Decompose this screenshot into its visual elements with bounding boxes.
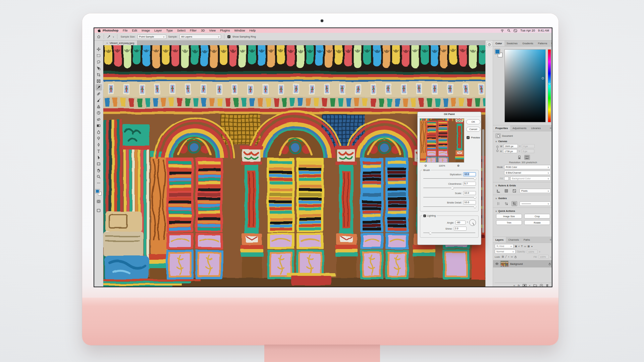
bristle-detail-slider[interactable] [423,205,475,208]
stylization-field[interactable]: 10.0 [463,172,476,176]
guide-style-dropdown[interactable]: ∨ [520,201,551,206]
fill-swatch[interactable] [504,177,509,180]
menu-item-3d[interactable]: 3D [201,29,205,32]
lasso-tool[interactable] [96,59,102,65]
menu-item-view[interactable]: View [209,29,216,32]
shine-field[interactable]: 2.0 [454,227,467,231]
portrait-orientation-button[interactable] [517,155,522,160]
layer-thumbnail[interactable] [500,261,508,267]
y-field[interactable]: 0 px [522,149,534,153]
angle-field[interactable]: -60 [455,221,466,225]
vertical-scrollbar[interactable] [482,129,484,233]
lock-transparency-icon[interactable]: ▨ [502,255,504,258]
crop-tool[interactable] [96,71,102,78]
frame-tool[interactable] [96,78,102,84]
guides-header[interactable]: ∨Guides [495,197,551,200]
filter-shape-icon[interactable]: ▭ [524,245,526,248]
color-picker-marker[interactable] [542,77,544,79]
link-layers-icon[interactable]: ∞ [514,284,515,287]
filter-adjustment-icon[interactable]: ◐ [519,245,520,247]
hand-tool[interactable] [96,167,102,173]
layer-filter-kind-dropdown[interactable]: Kind∨ [495,244,514,248]
color-mode-dropdown[interactable]: RGB Color∨ [504,165,551,169]
adjustment-layer-icon[interactable]: ◐ [529,284,531,287]
tab-layers[interactable]: Layers [493,237,506,243]
quick-actions-header[interactable]: ∨Quick Actions [495,209,551,213]
edit-toolbar[interactable] [96,180,102,186]
scale-slider[interactable] [423,196,475,199]
gradient-tool[interactable] [96,122,102,129]
menu-item-type[interactable]: Type [166,29,173,32]
new-group-icon[interactable] [533,284,537,287]
tab-adjustments[interactable]: Adjustments [510,125,529,131]
sample-dropdown[interactable]: All Layers∨ [179,35,221,39]
blend-mode-dropdown[interactable]: Normal∨ [495,249,516,254]
tab-paths[interactable]: Paths [521,237,532,243]
tab-swatches[interactable]: Swatches [504,41,520,46]
layer-visibility-eye-icon[interactable] [495,262,499,265]
zoom-tool[interactable] [96,173,102,180]
color-swatches[interactable] [495,49,502,57]
menu-date[interactable]: Tue Apr 20 [520,29,535,32]
lock-pixels-icon[interactable]: ╱ [505,255,506,258]
menu-item-filter[interactable]: Filter [190,29,197,32]
healing-brush-tool[interactable] [96,90,102,97]
preview-checkbox[interactable]: ✓ [467,136,470,139]
marquee-tool[interactable] [96,52,102,59]
ok-button[interactable]: OK [466,119,480,124]
eyedropper-preset-icon[interactable] [107,35,111,39]
menu-time[interactable]: 9:41 AM [538,29,549,32]
add-mask-icon[interactable] [523,284,527,287]
pen-tool[interactable] [96,141,102,148]
close-tab-icon[interactable]: × [106,42,108,45]
menu-item-plugins[interactable]: Plugins [220,29,230,32]
guides-icon-2[interactable] [503,201,509,206]
scale-field[interactable]: 10.0 [463,191,476,195]
wifi-icon[interactable] [500,29,504,32]
rulers-grids-header[interactable]: ∨Rulers & Grids [495,184,551,187]
cleanliness-field[interactable]: 5.7 [463,182,476,186]
new-layer-icon[interactable] [540,284,543,287]
filter-type-icon[interactable]: T [521,245,523,247]
zoom-in-icon[interactable]: ⊕ [457,164,460,167]
toolbar-foreground-color[interactable] [96,189,99,193]
canvas-section-header[interactable]: ∨Canvas [495,140,551,143]
zoom-out-icon[interactable]: ⊖ [424,164,427,167]
lock-artboard-icon[interactable]: ▭ [511,255,513,258]
type-tool[interactable] [96,148,102,154]
menu-item-file[interactable]: File [123,29,128,32]
search-icon[interactable] [507,29,511,32]
width-field[interactable]: 2600 px [504,144,518,148]
filter-preview-thumbnail[interactable] [420,118,464,163]
home-icon[interactable] [97,35,101,39]
document-tab[interactable]: × Vibrant_entryway.jpeg [103,41,138,45]
trim-button[interactable]: Trim [496,220,522,225]
link-dimensions-icon[interactable] [496,145,499,153]
menu-item-edit[interactable]: Edit [132,29,138,32]
dodge-tool[interactable] [96,135,102,141]
shine-slider[interactable] [423,231,475,235]
menu-item-image[interactable]: Image [142,29,150,32]
delete-layer-icon[interactable] [546,284,549,287]
collapsed-history-panel-icon[interactable] [487,42,492,47]
move-tool[interactable] [96,46,102,52]
x-field[interactable]: 0 px [522,144,535,148]
filter-toggle-icon[interactable]: ● [531,245,532,247]
cleanliness-slider[interactable] [423,186,475,190]
stylization-slider[interactable] [423,177,475,180]
path-selection-tool[interactable] [96,154,102,161]
eyedropper-tool[interactable] [96,84,102,90]
bit-depth-dropdown[interactable]: 8 Bits/Channel∨ [504,171,551,175]
control-center-icon[interactable] [514,29,517,32]
lighting-checkbox[interactable]: ✓ [423,215,426,217]
height-field[interactable]: 1736 px [503,149,517,153]
toggle-rulers-icon[interactable] [495,188,501,193]
panel-menu-icon[interactable]: ≡ [548,125,552,131]
lock-all-icon[interactable] [514,255,517,258]
hue-marker[interactable] [548,83,550,85]
angle-dial[interactable] [469,219,476,226]
panel-menu-icon[interactable]: ≡ [548,237,552,243]
sample-size-dropdown[interactable]: Point Sample∨ [138,35,166,39]
tab-color[interactable]: Color [493,41,504,46]
bristle-detail-field[interactable]: 10.0 [463,200,476,204]
